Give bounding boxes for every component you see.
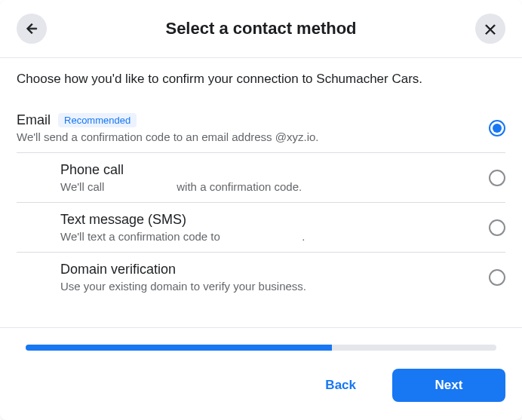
option-phone[interactable]: Phone call We'll call with a confirmatio… bbox=[60, 162, 489, 193]
close-button[interactable] bbox=[475, 14, 505, 44]
option-desc: We'll call with a confirmation code. bbox=[60, 180, 489, 193]
option-title: Email bbox=[17, 112, 51, 128]
option-email[interactable]: Email Recommended We'll send a confirmat… bbox=[17, 103, 505, 152]
progress-bar bbox=[26, 345, 496, 351]
back-button[interactable]: Back bbox=[298, 369, 383, 402]
back-icon-button[interactable] bbox=[17, 14, 47, 44]
dialog-title: Select a contact method bbox=[47, 19, 475, 38]
dialog-footer: Back Next bbox=[0, 354, 522, 420]
progress-fill bbox=[26, 345, 332, 351]
close-icon bbox=[483, 21, 498, 36]
radio-email[interactable] bbox=[489, 120, 505, 136]
radio-phone[interactable] bbox=[489, 170, 505, 186]
radio-sms[interactable] bbox=[489, 219, 505, 236]
contact-method-options: Email Recommended We'll send a confirmat… bbox=[17, 103, 505, 302]
options-divider-group: Phone call We'll call with a confirmatio… bbox=[60, 152, 505, 302]
option-domain[interactable]: Domain verification Use your existing do… bbox=[60, 262, 489, 293]
option-title: Phone call bbox=[60, 162, 489, 178]
option-sms[interactable]: Text message (SMS) We'll text a confirma… bbox=[60, 212, 489, 243]
radio-domain[interactable] bbox=[489, 269, 505, 286]
option-desc: We'll text a confirmation code to . bbox=[60, 230, 489, 243]
next-button[interactable]: Next bbox=[392, 369, 505, 402]
option-title: Domain verification bbox=[60, 262, 489, 277]
progress-area bbox=[0, 327, 522, 351]
instruction-text: Choose how you'd like to confirm your co… bbox=[17, 72, 505, 87]
option-desc: Use your existing domain to verify your … bbox=[60, 280, 489, 293]
dialog-header: Select a contact method bbox=[0, 0, 522, 58]
option-desc: We'll send a confirmation code to an ema… bbox=[17, 130, 489, 143]
dialog-content: Choose how you'd like to confirm your co… bbox=[0, 58, 522, 302]
recommended-badge: Recommended bbox=[58, 113, 137, 127]
option-title: Text message (SMS) bbox=[60, 212, 489, 228]
arrow-left-icon bbox=[24, 21, 39, 36]
